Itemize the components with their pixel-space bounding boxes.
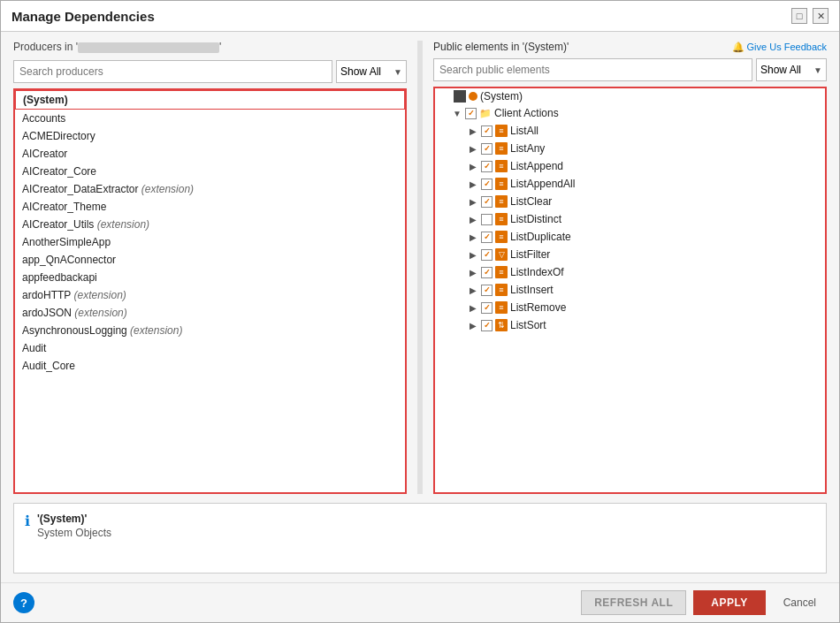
leaf-type-icon: ≡: [494, 265, 508, 279]
leaf-checkbox[interactable]: [481, 249, 493, 261]
leaf-expand-icon: ▶: [467, 197, 479, 207]
list-item[interactable]: Audit_Core: [15, 357, 405, 375]
feedback-label: Give Us Feedback: [747, 42, 827, 52]
minimize-button[interactable]: □: [791, 8, 807, 24]
footer-right: REFRESH ALL APPLY Cancel: [581, 590, 827, 615]
info-description: System Objects: [37, 527, 111, 539]
left-panel: Producers in '' Show All ▼ (System)Accou…: [13, 41, 407, 494]
search-public-elements-input[interactable]: [433, 58, 752, 81]
help-button[interactable]: ?: [13, 592, 34, 613]
tree-leaf-item[interactable]: ▶ ≡ ListInsert: [435, 281, 825, 299]
tree-leaf-item[interactable]: ▶ ⇅ ListSort: [435, 316, 825, 334]
tree-root-item[interactable]: (System): [435, 88, 825, 104]
leaf-label: ListAny: [510, 142, 545, 155]
leaf-checkbox[interactable]: [481, 320, 493, 331]
list-item[interactable]: Accounts: [15, 110, 405, 127]
list-item[interactable]: AICreator_DataExtractor (extension): [15, 180, 405, 198]
leaf-label: ListSort: [510, 319, 546, 331]
tree-leaf-item[interactable]: ▶ ≡ ListAny: [435, 140, 825, 157]
leaf-expand-icon: ▶: [467, 250, 479, 260]
list-item[interactable]: (System): [15, 90, 405, 110]
cancel-button[interactable]: Cancel: [773, 590, 827, 615]
tree-leaf-item[interactable]: ▶ ≡ ListClear: [435, 193, 825, 210]
left-dropdown[interactable]: Show All ▼: [336, 60, 407, 83]
leaf-expand-icon: ▶: [467, 144, 479, 154]
leaf-checkbox[interactable]: [481, 267, 493, 278]
left-search-row: Show All ▼: [13, 60, 407, 83]
manage-dependencies-dialog: Manage Dependencies □ ✕ Producers in '' …: [0, 0, 840, 623]
right-dropdown-arrow-icon: ▼: [813, 65, 822, 75]
list-item[interactable]: ACMEDirectory: [15, 127, 405, 145]
folder-icon: 📁: [478, 106, 493, 120]
feedback-icon: 🔔: [732, 42, 745, 53]
refresh-all-button[interactable]: REFRESH ALL: [581, 590, 686, 615]
tree-leaf-item[interactable]: ▶ ≡ ListDistinct: [435, 210, 825, 228]
info-content: '(System)' System Objects: [37, 513, 111, 564]
right-panel-header-row: Public elements in '(System)' 🔔 Give Us …: [433, 41, 827, 53]
leaf-label: ListClear: [510, 195, 552, 208]
tree-leaf-item[interactable]: ▶ ≡ ListAll: [435, 122, 825, 140]
list-item[interactable]: Audit: [15, 339, 405, 357]
leaf-expand-icon: ▶: [467, 179, 479, 189]
producers-label-text: Producers in ': [13, 41, 78, 53]
leaf-expand-icon: ▶: [467, 303, 479, 313]
leaf-checkbox[interactable]: [481, 302, 493, 314]
dialog-title: Manage Dependencies: [11, 9, 155, 24]
leaf-label: ListFilter: [510, 248, 550, 261]
tree-leaf-item[interactable]: ▶ ≡ ListRemove: [435, 299, 825, 316]
panel-divider: [417, 41, 423, 494]
apply-button[interactable]: APPLY: [693, 590, 765, 615]
right-panel-header: Public elements in '(System)': [433, 41, 569, 53]
leaf-type-icon: ≡: [494, 124, 508, 138]
list-item[interactable]: AICreator_Utils (extension): [15, 216, 405, 233]
leaf-checkbox[interactable]: [481, 196, 493, 208]
leaf-checkbox[interactable]: [481, 179, 493, 190]
footer: ? REFRESH ALL APPLY Cancel: [1, 582, 839, 622]
left-panel-header: Producers in '': [13, 41, 407, 53]
list-item[interactable]: AICreator: [15, 145, 405, 163]
public-elements-tree[interactable]: (System) ▼ 📁 Client Actions ▶ ≡ ListAll …: [433, 87, 827, 494]
right-search-row: Show All ▼: [433, 58, 827, 81]
search-producers-input[interactable]: [13, 60, 332, 83]
tree-leaf-item[interactable]: ▶ ≡ ListIndexOf: [435, 263, 825, 281]
leaf-expand-icon: ▶: [467, 268, 479, 277]
list-item[interactable]: AICreator_Theme: [15, 198, 405, 216]
feedback-button[interactable]: 🔔 Give Us Feedback: [732, 42, 827, 53]
right-panel: Public elements in '(System)' 🔔 Give Us …: [433, 41, 827, 494]
left-dropdown-label: Show All: [340, 65, 381, 78]
right-dropdown[interactable]: Show All ▼: [756, 58, 827, 81]
leaf-type-icon: ≡: [494, 283, 508, 297]
leaf-checkbox[interactable]: [481, 161, 493, 172]
leaf-checkbox[interactable]: [481, 214, 493, 225]
list-item[interactable]: ardoHTTP (extension): [15, 286, 405, 304]
list-item[interactable]: ardoJSON (extension): [15, 304, 405, 322]
list-item[interactable]: AnotherSimpleApp: [15, 233, 405, 251]
leaf-expand-icon: ▶: [467, 215, 479, 224]
list-item[interactable]: appfeedbackapi: [15, 269, 405, 286]
info-name: '(System)': [37, 513, 111, 525]
dialog-body: Producers in '' Show All ▼ (System)Accou…: [1, 32, 839, 582]
leaf-checkbox[interactable]: [481, 125, 493, 137]
leaf-type-icon: ≡: [494, 212, 508, 226]
leaf-checkbox[interactable]: [481, 232, 493, 243]
list-item[interactable]: app_QnAConnector: [15, 251, 405, 269]
producers-list[interactable]: (System)AccountsACMEDirectoryAICreatorAI…: [13, 88, 407, 494]
leaf-expand-icon: ▶: [467, 285, 479, 295]
leaf-label: ListInsert: [510, 284, 554, 296]
leaf-expand-icon: ▶: [467, 162, 479, 171]
leaf-label: ListAll: [510, 125, 538, 137]
leaf-checkbox[interactable]: [481, 285, 493, 296]
tree-folder-item[interactable]: ▼ 📁 Client Actions: [435, 104, 825, 122]
leaf-label: ListAppendAll: [510, 178, 575, 190]
list-item[interactable]: AICreator_Core: [15, 163, 405, 180]
leaf-checkbox[interactable]: [481, 143, 493, 155]
folder-expand-icon: ▼: [451, 109, 463, 118]
folder-checkbox[interactable]: [465, 108, 477, 119]
panels-row: Producers in '' Show All ▼ (System)Accou…: [13, 41, 827, 494]
close-button[interactable]: ✕: [813, 8, 829, 24]
tree-leaf-item[interactable]: ▶ ≡ ListAppendAll: [435, 175, 825, 193]
tree-leaf-item[interactable]: ▶ ≡ ListDuplicate: [435, 228, 825, 246]
tree-leaf-item[interactable]: ▶ ▽ ListFilter: [435, 246, 825, 263]
tree-leaf-item[interactable]: ▶ ≡ ListAppend: [435, 157, 825, 175]
list-item[interactable]: AsynchronousLogging (extension): [15, 322, 405, 339]
